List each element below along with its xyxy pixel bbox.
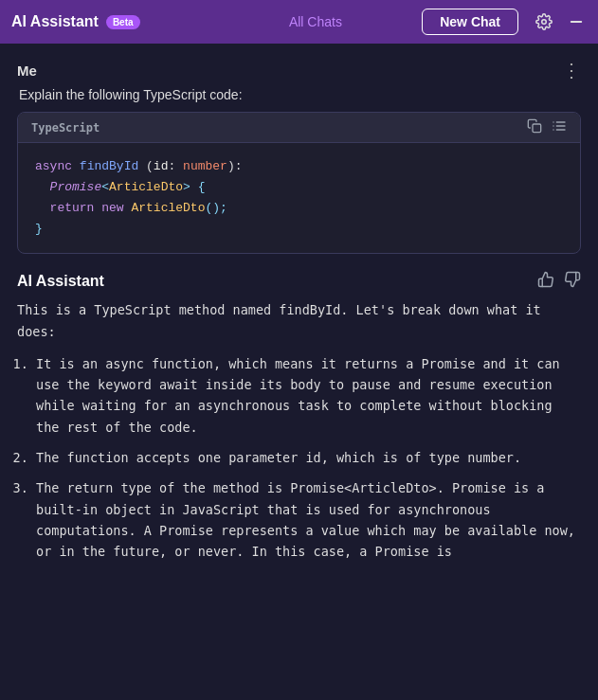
code-block: TypeScript xyxy=(17,112,581,254)
code-block-header: TypeScript xyxy=(18,113,580,143)
user-message-text: Explain the following TypeScript code: xyxy=(17,87,581,102)
code-line-1: async findById (id: number): xyxy=(35,156,563,177)
ai-feedback-icons xyxy=(537,271,581,292)
copy-code-icon[interactable] xyxy=(527,118,542,136)
header-icons xyxy=(534,13,587,30)
settings-icon[interactable] xyxy=(534,13,554,30)
code-header-actions xyxy=(527,118,567,136)
chat-content: Me ⋮ Explain the following TypeScript co… xyxy=(0,44,598,700)
message-menu-icon[interactable]: ⋮ xyxy=(562,59,581,81)
header-left: AI Assistant Beta xyxy=(11,13,209,30)
code-line-4: } xyxy=(35,219,563,240)
ai-explanation-list: It is an async function, which means it … xyxy=(17,353,581,562)
thumbs-up-icon[interactable] xyxy=(537,271,554,292)
ai-list-item-2: The function accepts one parameter id, w… xyxy=(36,447,581,468)
svg-point-0 xyxy=(542,20,547,25)
all-chats-link[interactable]: All Chats xyxy=(289,14,342,29)
user-name: Me xyxy=(17,63,37,79)
ai-list-item-3: The return type of the method is Promise… xyxy=(36,477,581,562)
ai-list-item-1: It is an async function, which means it … xyxy=(36,353,581,438)
ai-message: AI Assistant This is a TypeScript method… xyxy=(17,271,581,562)
list-code-icon[interactable] xyxy=(552,118,567,136)
beta-badge: Beta xyxy=(106,15,140,29)
code-language: TypeScript xyxy=(31,121,100,135)
minimize-icon[interactable] xyxy=(566,13,587,30)
ai-name: AI Assistant xyxy=(17,273,104,290)
code-line-2: Promise<ArticleDto> { xyxy=(35,177,563,198)
app-title: AI Assistant xyxy=(11,13,99,30)
code-body: async findById (id: number): Promise<Art… xyxy=(18,143,580,253)
new-chat-button[interactable]: New Chat xyxy=(422,9,518,35)
code-line-3: return new ArticleDto(); xyxy=(35,198,563,219)
header-center: All Chats xyxy=(217,14,415,29)
user-message: Me ⋮ Explain the following TypeScript co… xyxy=(17,59,581,254)
thumbs-down-icon[interactable] xyxy=(564,271,581,292)
app-header: AI Assistant Beta All Chats New Chat xyxy=(0,0,598,44)
ai-message-intro: This is a TypeScript method named findBy… xyxy=(17,299,581,342)
svg-rect-2 xyxy=(533,124,541,133)
ai-message-header: AI Assistant xyxy=(17,271,581,292)
user-message-header: Me ⋮ xyxy=(17,59,581,81)
